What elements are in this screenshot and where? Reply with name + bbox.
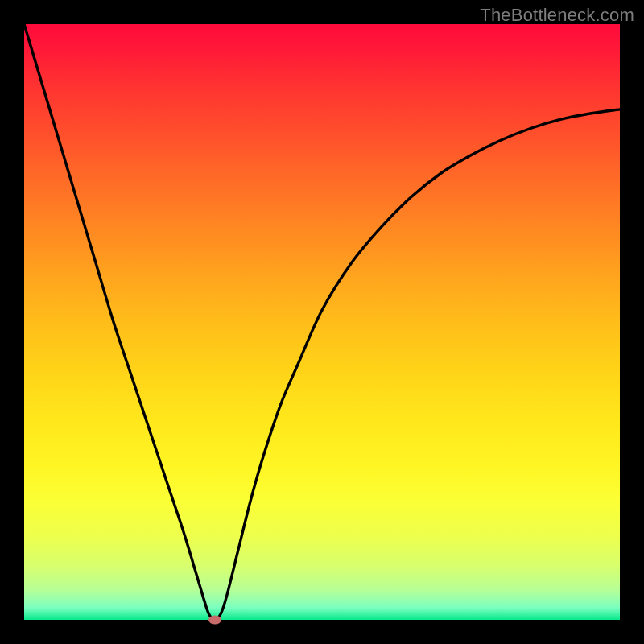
watermark-text: TheBottleneck.com — [480, 5, 634, 26]
chart-frame: TheBottleneck.com — [0, 0, 644, 644]
optimum-marker — [208, 616, 221, 625]
bottleneck-curve — [24, 24, 620, 620]
plot-area — [24, 24, 620, 620]
